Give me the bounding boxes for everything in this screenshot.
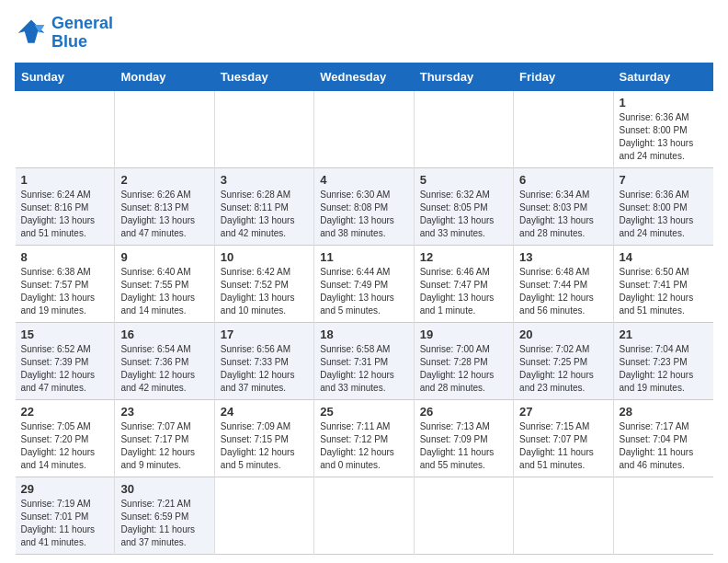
calendar-cell: 7 Sunrise: 6:36 AMSunset: 8:00 PMDayligh… xyxy=(613,167,712,245)
calendar-cell: 27 Sunrise: 7:15 AMSunset: 7:07 PMDaylig… xyxy=(514,399,613,477)
day-number: 6 xyxy=(519,173,607,187)
day-number: 15 xyxy=(21,327,109,341)
day-info: Sunrise: 6:42 AMSunset: 7:52 PMDaylight:… xyxy=(221,266,308,317)
calendar-header: SundayMondayTuesdayWednesdayThursdayFrid… xyxy=(16,63,713,90)
logo-text: General Blue xyxy=(51,15,113,52)
week-row-5: 22 Sunrise: 7:05 AMSunset: 7:20 PMDaylig… xyxy=(16,399,713,477)
calendar-cell xyxy=(16,90,115,167)
day-info: Sunrise: 6:24 AMSunset: 8:16 PMDaylight:… xyxy=(21,189,109,240)
calendar-cell: 22 Sunrise: 7:05 AMSunset: 7:20 PMDaylig… xyxy=(16,399,115,477)
calendar-cell: 11 Sunrise: 6:44 AMSunset: 7:49 PMDaylig… xyxy=(314,245,414,322)
day-number: 21 xyxy=(620,327,708,341)
day-number: 19 xyxy=(420,327,507,341)
week-row-3: 8 Sunrise: 6:38 AMSunset: 7:57 PMDayligh… xyxy=(16,245,713,322)
calendar-cell: 5 Sunrise: 6:32 AMSunset: 8:05 PMDayligh… xyxy=(414,167,513,245)
day-info: Sunrise: 7:05 AMSunset: 7:20 PMDaylight:… xyxy=(21,420,109,472)
calendar-cell: 3 Sunrise: 6:28 AMSunset: 8:11 PMDayligh… xyxy=(214,167,313,245)
calendar-cell: 23 Sunrise: 7:07 AMSunset: 7:17 PMDaylig… xyxy=(115,399,214,477)
day-number: 3 xyxy=(221,173,308,187)
day-number: 4 xyxy=(320,173,407,187)
day-number: 5 xyxy=(420,173,507,187)
calendar-cell: 26 Sunrise: 7:13 AMSunset: 7:09 PMDaylig… xyxy=(414,399,513,477)
calendar-cell: 1 Sunrise: 6:24 AMSunset: 8:16 PMDayligh… xyxy=(16,167,115,245)
day-number: 16 xyxy=(120,327,208,341)
calendar-cell xyxy=(115,90,214,167)
day-number: 2 xyxy=(120,173,208,187)
day-number: 17 xyxy=(221,327,308,341)
day-number: 29 xyxy=(21,482,109,496)
day-number: 25 xyxy=(320,405,407,419)
day-info: Sunrise: 6:54 AMSunset: 7:36 PMDaylight:… xyxy=(120,343,208,395)
calendar-cell: 12 Sunrise: 6:46 AMSunset: 7:47 PMDaylig… xyxy=(414,245,513,322)
day-info: Sunrise: 6:58 AMSunset: 7:31 PMDaylight:… xyxy=(320,343,407,395)
header-wednesday: Wednesday xyxy=(314,63,414,90)
day-number: 9 xyxy=(120,250,208,264)
day-number: 1 xyxy=(620,96,708,109)
day-number: 20 xyxy=(519,327,607,341)
calendar-cell xyxy=(514,477,613,554)
day-number: 8 xyxy=(21,250,109,264)
calendar-cell: 18 Sunrise: 6:58 AMSunset: 7:31 PMDaylig… xyxy=(314,322,414,399)
calendar-cell xyxy=(314,90,414,167)
calendar-cell: 2 Sunrise: 6:26 AMSunset: 8:13 PMDayligh… xyxy=(115,167,214,245)
day-info: Sunrise: 7:13 AMSunset: 7:09 PMDaylight:… xyxy=(420,420,507,472)
day-info: Sunrise: 7:15 AMSunset: 7:07 PMDaylight:… xyxy=(519,420,607,472)
calendar-cell xyxy=(613,477,712,554)
calendar-cell xyxy=(214,477,313,554)
week-row-6: 29 Sunrise: 7:19 AMSunset: 7:01 PMDaylig… xyxy=(16,477,713,554)
day-info: Sunrise: 7:11 AMSunset: 7:12 PMDaylight:… xyxy=(320,420,407,472)
day-number: 13 xyxy=(519,250,607,264)
day-number: 14 xyxy=(620,250,708,264)
day-info: Sunrise: 7:07 AMSunset: 7:17 PMDaylight:… xyxy=(120,420,208,472)
page-header: General Blue xyxy=(15,15,713,52)
day-info: Sunrise: 7:19 AMSunset: 7:01 PMDaylight:… xyxy=(21,498,109,549)
logo: General Blue xyxy=(15,15,113,52)
day-info: Sunrise: 6:56 AMSunset: 7:33 PMDaylight:… xyxy=(221,343,308,395)
day-number: 27 xyxy=(519,405,607,419)
week-row-1: 1 Sunrise: 6:36 AMSunset: 8:00 PMDayligh… xyxy=(16,90,713,167)
day-info: Sunrise: 6:28 AMSunset: 8:11 PMDaylight:… xyxy=(221,189,308,240)
day-number: 26 xyxy=(420,405,507,419)
calendar-cell xyxy=(514,90,613,167)
day-number: 22 xyxy=(21,405,109,419)
calendar-cell: 8 Sunrise: 6:38 AMSunset: 7:57 PMDayligh… xyxy=(16,245,115,322)
day-info: Sunrise: 6:40 AMSunset: 7:55 PMDaylight:… xyxy=(120,266,208,317)
day-info: Sunrise: 6:30 AMSunset: 8:08 PMDaylight:… xyxy=(320,189,407,240)
calendar-cell xyxy=(414,477,513,554)
calendar-cell xyxy=(314,477,414,554)
calendar-cell: 16 Sunrise: 6:54 AMSunset: 7:36 PMDaylig… xyxy=(115,322,214,399)
calendar-cell: 17 Sunrise: 6:56 AMSunset: 7:33 PMDaylig… xyxy=(214,322,313,399)
calendar-cell: 29 Sunrise: 7:19 AMSunset: 7:01 PMDaylig… xyxy=(16,477,115,554)
day-info: Sunrise: 6:46 AMSunset: 7:47 PMDaylight:… xyxy=(420,266,507,317)
calendar-cell: 6 Sunrise: 6:34 AMSunset: 8:03 PMDayligh… xyxy=(514,167,613,245)
calendar-cell: 21 Sunrise: 7:04 AMSunset: 7:23 PMDaylig… xyxy=(613,322,712,399)
day-info: Sunrise: 7:04 AMSunset: 7:23 PMDaylight:… xyxy=(620,343,708,395)
day-number: 7 xyxy=(620,173,708,187)
day-info: Sunrise: 6:44 AMSunset: 7:49 PMDaylight:… xyxy=(320,266,407,317)
day-info: Sunrise: 6:36 AMSunset: 8:00 PMDaylight:… xyxy=(620,111,708,163)
calendar-cell: 13 Sunrise: 6:48 AMSunset: 7:44 PMDaylig… xyxy=(514,245,613,322)
calendar-cell: 19 Sunrise: 7:00 AMSunset: 7:28 PMDaylig… xyxy=(414,322,513,399)
day-info: Sunrise: 7:02 AMSunset: 7:25 PMDaylight:… xyxy=(519,343,607,395)
day-number: 11 xyxy=(320,250,407,264)
day-number: 18 xyxy=(320,327,407,341)
header-thursday: Thursday xyxy=(414,63,513,90)
calendar-cell: 20 Sunrise: 7:02 AMSunset: 7:25 PMDaylig… xyxy=(514,322,613,399)
calendar-cell: 9 Sunrise: 6:40 AMSunset: 7:55 PMDayligh… xyxy=(115,245,214,322)
calendar-cell xyxy=(214,90,313,167)
header-tuesday: Tuesday xyxy=(214,63,313,90)
calendar-cell xyxy=(414,90,513,167)
header-friday: Friday xyxy=(514,63,613,90)
header-sunday: Sunday xyxy=(16,63,115,90)
day-info: Sunrise: 7:17 AMSunset: 7:04 PMDaylight:… xyxy=(620,420,708,472)
calendar-cell: 4 Sunrise: 6:30 AMSunset: 8:08 PMDayligh… xyxy=(314,167,414,245)
day-info: Sunrise: 7:21 AMSunset: 6:59 PMDaylight:… xyxy=(120,498,208,549)
day-info: Sunrise: 6:50 AMSunset: 7:41 PMDaylight:… xyxy=(620,266,708,317)
day-info: Sunrise: 7:00 AMSunset: 7:28 PMDaylight:… xyxy=(420,343,507,395)
day-info: Sunrise: 6:26 AMSunset: 8:13 PMDaylight:… xyxy=(120,189,208,240)
calendar-cell: 10 Sunrise: 6:42 AMSunset: 7:52 PMDaylig… xyxy=(214,245,313,322)
day-info: Sunrise: 6:52 AMSunset: 7:39 PMDaylight:… xyxy=(21,343,109,395)
day-info: Sunrise: 6:34 AMSunset: 8:03 PMDaylight:… xyxy=(519,189,607,240)
logo-icon xyxy=(15,17,48,50)
header-monday: Monday xyxy=(115,63,214,90)
